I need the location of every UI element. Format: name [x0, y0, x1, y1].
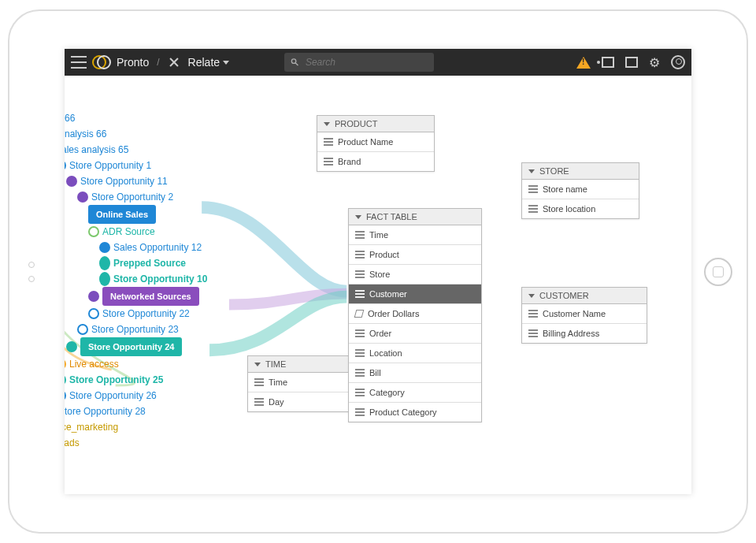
tree-node[interactable]: Sales Opportunity 12 — [65, 240, 238, 255]
panel-field-row[interactable]: Store location — [522, 199, 639, 218]
search-input[interactable] — [304, 56, 428, 69]
tree-node[interactable]: Store Opportunity 11 — [65, 173, 238, 189]
tree-node[interactable]: ADR Source — [65, 224, 238, 240]
panel-header[interactable]: FACT TABLE — [349, 209, 481, 225]
panel-header[interactable]: PRODUCT — [317, 116, 434, 132]
warning-icon[interactable] — [576, 57, 591, 69]
panel-product[interactable]: PRODUCT Product NameBrand — [317, 115, 435, 172]
panel-field-row[interactable]: Product — [349, 245, 481, 265]
tree-node[interactable]: Store Opportunity 22 — [65, 306, 238, 322]
panel-title: CUSTOMER — [539, 291, 589, 300]
tree-node[interactable]: Store Opportunity 28 — [65, 404, 238, 419]
panel-field-row[interactable]: Location — [349, 344, 481, 363]
node-label: Store Opportunity 28 — [65, 404, 146, 419]
node-label: Store Opportunity 22 — [102, 306, 190, 322]
panel-header[interactable]: CUSTOMER — [522, 288, 647, 304]
node-label: Sales analysis 66 — [65, 126, 106, 142]
tree-node[interactable]: Sales analysis 65 — [65, 142, 238, 158]
panel-field-row[interactable]: Billing Address — [522, 324, 647, 343]
app-name[interactable]: Pronto — [117, 56, 149, 69]
node-label: Store Opportunity 1 — [69, 158, 151, 173]
node-label: alesforce_marketing — [65, 419, 118, 435]
tree-node[interactable]: Live access — [65, 356, 238, 372]
panel-header[interactable]: STORE — [522, 163, 639, 180]
tree-node[interactable]: Store Opportunity 23 — [65, 322, 238, 337]
settings-icon[interactable]: ⚙ — [649, 55, 660, 70]
panel-field-row[interactable]: Store name — [522, 180, 639, 199]
node-label: Store Opportunity 11 — [80, 173, 168, 189]
tree-node[interactable]: Store Opportunity 24 — [65, 337, 238, 356]
field-label: Time — [269, 377, 287, 387]
panel-field-row[interactable]: Customer — [349, 285, 481, 304]
field-label: Location — [369, 348, 402, 358]
panel-customer[interactable]: CUSTOMER Customer NameBilling Address — [521, 287, 647, 344]
field-type-icon — [324, 158, 333, 166]
collapse-icon — [355, 215, 361, 219]
panel-field-row[interactable]: Category — [349, 383, 481, 403]
node-type-icon — [88, 308, 99, 319]
panel-time[interactable]: TIME TimeDay — [247, 355, 358, 412]
node-label: Sales Opportunity 12 — [113, 240, 202, 255]
field-type-icon — [355, 231, 365, 239]
tablet-home-button[interactable] — [704, 258, 732, 286]
field-label: Day — [269, 397, 284, 407]
panel-field-row[interactable]: Bill — [349, 363, 481, 383]
chevron-down-icon — [223, 61, 229, 65]
panel-field-row[interactable]: Time — [248, 373, 357, 392]
menu-icon[interactable] — [71, 56, 87, 69]
node-type-icon — [99, 256, 110, 270]
panel-field-row[interactable]: Customer Name — [522, 304, 647, 324]
source-tree[interactable]: nalysis 66Sales analysis 66Sales analysi… — [65, 110, 238, 451]
field-type-icon — [355, 251, 365, 258]
field-label: Time — [369, 230, 388, 240]
tree-node[interactable]: orce_leads — [65, 435, 238, 451]
fullscreen-icon[interactable] — [625, 57, 638, 68]
tree-node[interactable]: alesforce_marketing — [65, 419, 238, 435]
tree-node[interactable]: Online Sales — [65, 205, 238, 224]
node-type-icon — [88, 226, 99, 237]
panel-field-row[interactable]: Store — [349, 265, 481, 285]
user-menu-icon[interactable] — [671, 55, 685, 69]
panel-field-row[interactable]: Time — [349, 225, 481, 245]
panel-field-row[interactable]: Order — [349, 324, 481, 344]
node-type-icon — [65, 359, 66, 370]
panel-header[interactable]: TIME — [248, 356, 357, 373]
topbar: Pronto / Relate ⚙ — [65, 49, 691, 76]
panel-fact-table[interactable]: FACT TABLE TimeProductStoreCustomerOrder… — [348, 208, 482, 422]
tree-node[interactable]: Store Opportunity 1 — [65, 158, 238, 173]
node-label: Store Opportunity 10 — [113, 271, 207, 287]
svg-line-1 — [295, 63, 298, 65]
present-icon[interactable] — [602, 57, 614, 68]
collapse-icon — [254, 363, 261, 366]
panel-field-row[interactable]: Product Category — [349, 403, 481, 422]
field-label: Product Name — [338, 137, 393, 147]
tree-node[interactable]: Store Opportunity 26 — [65, 388, 238, 404]
panel-field-row[interactable]: Product Name — [317, 132, 434, 152]
field-type-icon — [528, 329, 538, 337]
collapse-icon — [528, 169, 535, 173]
section-dropdown[interactable]: Relate — [188, 56, 229, 69]
tree-node[interactable]: Prepped Source — [65, 255, 238, 271]
panel-field-row[interactable]: Order Dollars — [349, 304, 481, 324]
tree-node[interactable]: Store Opportunity 2 — [65, 189, 238, 205]
tree-node[interactable]: Sales analysis 66 — [65, 126, 238, 142]
node-label: orce_leads — [65, 435, 80, 451]
workspace[interactable]: nalysis 66Sales analysis 66Sales analysi… — [65, 76, 691, 494]
node-label: Store Opportunity 2 — [91, 189, 173, 205]
field-type-icon — [355, 408, 365, 416]
tree-node[interactable]: Store Opportunity 25 — [65, 372, 238, 388]
node-type-icon — [66, 341, 77, 352]
tree-node[interactable]: Networked Sources — [65, 287, 238, 306]
node-pill: Store Opportunity 24 — [80, 337, 182, 356]
tree-node[interactable]: Store Opportunity 10 — [65, 271, 238, 287]
node-pill: Online Sales — [88, 205, 156, 224]
panel-store[interactable]: STORE Store nameStore location — [521, 162, 639, 219]
field-label: Product — [369, 250, 399, 259]
panel-title: STORE — [539, 166, 569, 176]
panel-field-row[interactable]: Brand — [317, 152, 434, 171]
panel-title: FACT TABLE — [366, 212, 417, 221]
panel-field-row[interactable]: Day — [248, 392, 357, 411]
field-type-icon — [528, 310, 538, 318]
search-box[interactable] — [284, 53, 434, 72]
tree-node[interactable]: nalysis 66 — [65, 110, 238, 126]
